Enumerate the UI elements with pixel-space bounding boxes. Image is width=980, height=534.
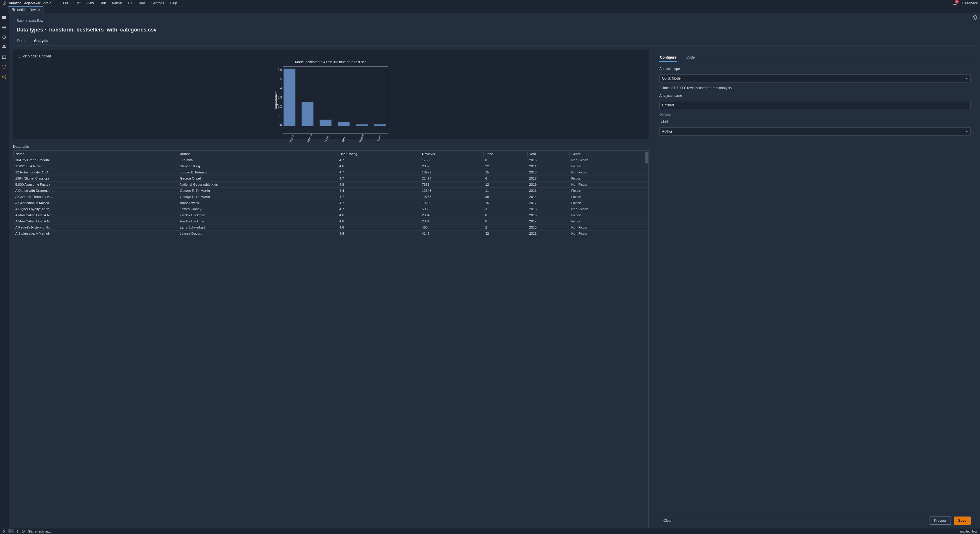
table-row[interactable]: A Gentleman in Mosco…Amor Towles4.719699… — [14, 200, 648, 206]
flow-icon[interactable] — [2, 75, 6, 79]
menu-settings[interactable]: Settings — [151, 1, 164, 5]
gear-icon[interactable] — [973, 15, 978, 20]
app-logo-icon — [2, 1, 6, 5]
label-label: Label — [659, 120, 970, 124]
table-scrollbar[interactable] — [645, 151, 648, 528]
table-header[interactable]: Price — [484, 151, 528, 157]
limit-note: A limit of 100,000 rows is used for this… — [659, 86, 970, 90]
folder-icon[interactable] — [2, 15, 6, 20]
file-tab-label: untitled.flow — [17, 8, 35, 12]
menu-tabs[interactable]: Tabs — [138, 1, 145, 5]
table-row[interactable]: A Man Called Ove: A No…Fredrik Backman4.… — [14, 218, 648, 224]
svg-point-14 — [5, 75, 6, 76]
notifications-icon[interactable]: 4 — [953, 1, 957, 5]
panel-icon[interactable] — [2, 55, 6, 59]
table-row[interactable]: A Higher Loyalty: Truth,…James Comey4.75… — [14, 206, 648, 212]
notif-badge: 4 — [955, 0, 959, 3]
status-gear-icon[interactable] — [22, 530, 25, 533]
status-bar: 0 >_ 1 Git: refreshing… untitled.flow — [0, 528, 980, 534]
menu-kernel[interactable]: Kernel — [112, 1, 122, 5]
menu-edit[interactable]: Edit — [74, 1, 80, 5]
table-header[interactable]: User Rating — [337, 151, 420, 157]
analysis-type-label: Analysis type — [659, 67, 970, 71]
table-row[interactable]: A Dance with Dragons (…George R. R. Mart… — [14, 188, 648, 194]
menubar-items: File Edit View Run Kernel Git Tabs Setti… — [63, 1, 177, 5]
git-status: Git: refreshing… — [28, 530, 51, 533]
close-icon[interactable]: × — [38, 8, 40, 12]
preview-button[interactable]: Preview — [929, 517, 951, 524]
tab-data[interactable]: Data — [17, 37, 25, 45]
svg-point-16 — [975, 17, 976, 18]
file-tab[interactable]: untitled.flow × — [8, 6, 44, 13]
chart-bar — [337, 122, 350, 126]
status-one: 1 — [17, 530, 18, 533]
tab-configure[interactable]: Configure — [659, 54, 677, 62]
svg-point-15 — [5, 78, 6, 79]
tab-code[interactable]: Code — [686, 54, 695, 62]
menu-run[interactable]: Run — [100, 1, 106, 5]
chart-bar — [301, 102, 313, 126]
data-table: NameAuthorUser RatingReviewsPriceYearGen… — [13, 151, 648, 237]
table-row[interactable]: 12 Rules for Life: An An…Jordan B. Peter… — [14, 169, 648, 175]
optional-hint: Optional — [659, 113, 970, 116]
feedback-link[interactable]: Feedback — [962, 1, 978, 5]
menu-help[interactable]: Help — [170, 1, 177, 5]
clear-button[interactable]: Clear — [659, 517, 676, 524]
components-icon[interactable] — [2, 65, 6, 69]
chart-bar — [320, 119, 332, 126]
plot-area: NameeviewsPriceYearRatingGenre — [283, 67, 388, 134]
circle-icon[interactable] — [2, 25, 6, 30]
menu-view[interactable]: View — [86, 1, 94, 5]
svg-point-18 — [22, 530, 24, 532]
svg-point-12 — [3, 68, 4, 69]
chart-bar — [356, 124, 368, 126]
table-row[interactable]: 5,000 Awesome Facts (…National Geographi… — [14, 181, 648, 188]
table-row[interactable]: 11/22/63: A NovelStephen King4.620522220… — [14, 163, 648, 169]
page-title: Data types · Transform: bestsellers_with… — [17, 27, 976, 33]
table-row[interactable]: 1984 (Signet Classics)George Orwell4.721… — [14, 175, 648, 181]
svg-point-17 — [23, 531, 24, 532]
svg-rect-4 — [3, 27, 5, 28]
table-row[interactable]: A Stolen Life: A MemoirJaycee Dugard4.64… — [14, 230, 648, 237]
analysis-name-label: Analysis name — [659, 94, 970, 98]
extensions-icon[interactable] — [2, 45, 6, 49]
git-branch-icon[interactable] — [2, 35, 6, 40]
terminal-icon[interactable]: >_ — [8, 529, 14, 533]
save-button[interactable]: Save — [954, 517, 970, 524]
chart-xticks: NameeviewsPriceYearRatingGenre — [283, 134, 388, 143]
tab-analysis[interactable]: Analysis — [33, 37, 49, 45]
svg-point-1 — [4, 3, 5, 4]
flow-file-icon — [11, 8, 15, 12]
table-header[interactable]: Year — [527, 151, 569, 157]
chart-card-title: Quick Model: Untitled — [18, 54, 644, 58]
table-row[interactable]: A Patriot's History of th…Larry Schweika… — [14, 224, 648, 230]
subtabs: Data Analysis — [17, 37, 976, 46]
table-row[interactable]: 10-Day Green Smoothi…JJ Smith4.717350820… — [14, 157, 648, 163]
table-header[interactable]: Genre — [570, 151, 648, 157]
table-header[interactable]: Reviews — [420, 151, 484, 157]
chart-bar — [283, 68, 296, 126]
table-header[interactable]: Name — [14, 151, 178, 157]
data-table-label: Data table — [13, 145, 649, 149]
table-row[interactable]: A Man Called Ove: A No…Fredrik Backman4.… — [14, 212, 648, 218]
table-header[interactable]: Author — [178, 151, 337, 157]
svg-point-5 — [2, 47, 3, 48]
table-row[interactable]: A Game of Thrones / A …George R. R. Mart… — [14, 194, 648, 200]
chart-area: Importance 0.6 0.5 0.4 0.3 0.2 0.1 0.0 — [18, 67, 644, 134]
chart-ylabel: Importance — [274, 67, 278, 134]
label-select[interactable]: Author — [659, 127, 970, 135]
status-zero: 0 — [3, 530, 5, 533]
svg-point-13 — [2, 77, 3, 78]
app-title: Amazon SageMaker Studio — [9, 1, 51, 5]
menu-git[interactable]: Git — [128, 1, 132, 5]
analysis-name-input[interactable] — [659, 101, 970, 109]
configure-panel: Configure Code Analysis type Quick Model… — [654, 49, 976, 528]
chart-bar — [374, 124, 386, 126]
analysis-type-select[interactable]: Quick Model — [659, 74, 970, 83]
menu-file[interactable]: File — [63, 1, 68, 5]
chart-card: Quick Model: Untitled Model achieved a 4… — [13, 49, 649, 139]
editor-tab-bar: untitled.flow × — [0, 6, 980, 13]
back-link[interactable]: ‹ Back to data flow — [14, 19, 976, 23]
svg-point-0 — [3, 2, 6, 5]
chart-yticks: 0.6 0.5 0.4 0.3 0.2 0.1 0.0 — [278, 67, 283, 134]
